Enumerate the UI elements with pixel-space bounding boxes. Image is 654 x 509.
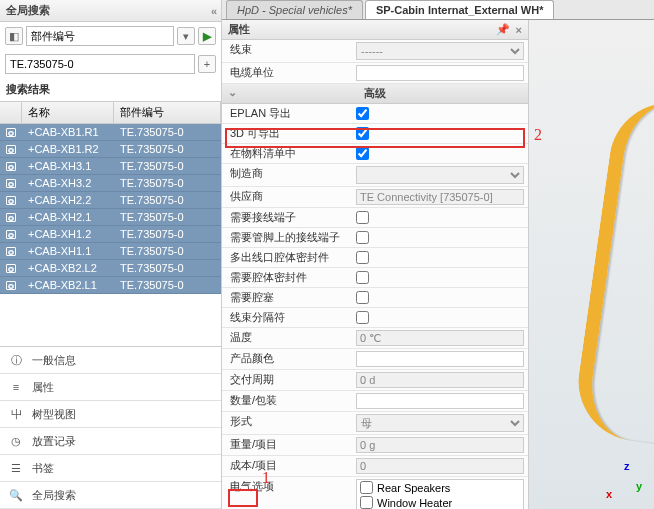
close-icon[interactable]: × bbox=[516, 24, 522, 36]
sidebar-nav: ⓘ一般信息≡属性⼬树型视图◷放置记录☰书签🔍全局搜索 bbox=[0, 346, 221, 509]
connector-icon bbox=[6, 247, 16, 256]
prop-checkbox[interactable] bbox=[356, 271, 369, 284]
field-icon[interactable]: ◧ bbox=[5, 27, 23, 45]
prop-row: 线束------ bbox=[222, 40, 528, 63]
prop-row: 供应商 bbox=[222, 187, 528, 208]
properties-panel: 属性 📌 × 线束------电缆单位⌄高级EPLAN 导出3D 可导出在物料清… bbox=[222, 20, 529, 509]
sidebar-item[interactable]: ☰书签 bbox=[0, 455, 221, 482]
col-pn[interactable]: 部件编号 bbox=[114, 102, 221, 123]
prop-row: 多出线口腔体密封件 bbox=[222, 248, 528, 268]
prop-label: 产品颜色 bbox=[222, 349, 352, 369]
prop-readonly bbox=[356, 437, 524, 453]
prop-label: 成本/项目 bbox=[222, 456, 352, 476]
group-advanced[interactable]: ⌄高级 bbox=[222, 84, 528, 104]
prop-row: 制造商 bbox=[222, 164, 528, 187]
sidebar-item[interactable]: ≡属性 bbox=[0, 374, 221, 401]
prop-label: 交付周期 bbox=[222, 370, 352, 390]
table-row[interactable]: +CAB-XH1.2TE.735075-0 bbox=[0, 226, 221, 243]
prop-label: 需要接线端子 bbox=[222, 208, 352, 227]
col-name[interactable]: 名称 bbox=[22, 102, 114, 123]
sidebar-item[interactable]: ⓘ一般信息 bbox=[0, 347, 221, 374]
prop-input[interactable] bbox=[356, 351, 524, 367]
table-row[interactable]: +CAB-XH1.1TE.735075-0 bbox=[0, 243, 221, 260]
doc-tab[interactable]: HpD - Special vehicles* bbox=[226, 0, 363, 19]
prop-select[interactable] bbox=[356, 166, 524, 184]
sidebar-icon: ⓘ bbox=[8, 352, 24, 368]
annotation-1: 1 bbox=[262, 469, 270, 487]
table-row[interactable]: +CAB-XH2.2TE.735075-0 bbox=[0, 192, 221, 209]
pin-icon[interactable]: 📌 bbox=[496, 23, 510, 36]
prop-row: 需要腔体密封件 bbox=[222, 268, 528, 288]
prop-row: EPLAN 导出 bbox=[222, 104, 528, 124]
prop-label: 形式 bbox=[222, 412, 352, 434]
prop-row: 交付周期 bbox=[222, 370, 528, 391]
search-input[interactable] bbox=[5, 54, 195, 74]
prop-label: 温度 bbox=[222, 328, 352, 348]
table-row[interactable]: +CAB-XB2.L1TE.735075-0 bbox=[0, 277, 221, 294]
prop-label: 数量/包装 bbox=[222, 391, 352, 411]
collapse-icon[interactable]: « bbox=[211, 5, 215, 17]
prop-row: 产品颜色 bbox=[222, 349, 528, 370]
connector-icon bbox=[6, 230, 16, 239]
connector-icon bbox=[6, 196, 16, 205]
right-panel: HpD - Special vehicles*SP-Cabin Internat… bbox=[222, 0, 654, 509]
connector-icon bbox=[6, 264, 16, 273]
prop-row: 重量/项目 bbox=[222, 435, 528, 456]
prop-checkbox[interactable] bbox=[356, 127, 369, 140]
prop-checkbox[interactable] bbox=[356, 231, 369, 244]
prop-select[interactable]: 母 bbox=[356, 414, 524, 432]
prop-row: 需要管脚上的接线端子 bbox=[222, 228, 528, 248]
left-panel: 全局搜索 « ◧ ▾ ▶ + 搜索结果 名称 部件编号 +CAB-XB1.R1T… bbox=[0, 0, 222, 509]
connector-icon bbox=[6, 179, 16, 188]
doc-tab[interactable]: SP-Cabin Internat_External WH* bbox=[365, 0, 554, 19]
sidebar-item[interactable]: ◷放置记录 bbox=[0, 428, 221, 455]
prop-row: 需要接线端子 bbox=[222, 208, 528, 228]
elec-options[interactable]: Rear Speakers Window Heater bbox=[356, 479, 524, 509]
cable-model bbox=[571, 95, 654, 444]
prop-label: 电气选项 bbox=[222, 477, 352, 509]
prop-label: 制造商 bbox=[222, 164, 352, 186]
prop-row: 温度 bbox=[222, 328, 528, 349]
axis-gizmo[interactable]: zyx bbox=[606, 460, 646, 500]
connector-icon bbox=[6, 128, 16, 137]
prop-row: 电缆单位 bbox=[222, 63, 528, 84]
prop-checkbox[interactable] bbox=[356, 251, 369, 264]
dropdown-icon[interactable]: ▾ bbox=[177, 27, 195, 45]
prop-row: 3D 可导出 bbox=[222, 124, 528, 144]
prop-checkbox[interactable] bbox=[356, 211, 369, 224]
prop-readonly bbox=[356, 372, 524, 388]
prop-row: 形式母 bbox=[222, 412, 528, 435]
search-field-select[interactable] bbox=[26, 26, 174, 46]
prop-checkbox[interactable] bbox=[356, 291, 369, 304]
prop-row: 在物料清单中 bbox=[222, 144, 528, 164]
properties-header: 属性 📌 × bbox=[222, 20, 528, 40]
results-header: 搜索结果 bbox=[0, 78, 221, 101]
prop-label: EPLAN 导出 bbox=[222, 104, 352, 123]
prop-input[interactable] bbox=[356, 393, 524, 409]
prop-select[interactable]: ------ bbox=[356, 42, 524, 60]
prop-label: 多出线口腔体密封件 bbox=[222, 248, 352, 267]
prop-label: 线束分隔符 bbox=[222, 308, 352, 327]
prop-readonly bbox=[356, 330, 524, 346]
sidebar-item[interactable]: ⼬树型视图 bbox=[0, 401, 221, 428]
table-row[interactable]: +CAB-XB1.R1TE.735075-0 bbox=[0, 124, 221, 141]
table-row[interactable]: +CAB-XB1.R2TE.735075-0 bbox=[0, 141, 221, 158]
prop-checkbox[interactable] bbox=[356, 311, 369, 324]
sidebar-item[interactable]: 🔍全局搜索 bbox=[0, 482, 221, 509]
prop-input[interactable] bbox=[356, 65, 524, 81]
connector-icon bbox=[6, 145, 16, 154]
table-row[interactable]: +CAB-XB2.L2TE.735075-0 bbox=[0, 260, 221, 277]
table-row[interactable]: +CAB-XH3.2TE.735075-0 bbox=[0, 175, 221, 192]
results-table: 名称 部件编号 +CAB-XB1.R1TE.735075-0+CAB-XB1.R… bbox=[0, 101, 221, 294]
3d-viewport[interactable]: zyx eworks bbox=[529, 20, 654, 509]
connector-icon bbox=[6, 213, 16, 222]
table-row[interactable]: +CAB-XH3.1TE.735075-0 bbox=[0, 158, 221, 175]
sidebar-icon: ≡ bbox=[8, 379, 24, 395]
add-search-button[interactable]: + bbox=[198, 55, 216, 73]
table-header: 名称 部件编号 bbox=[0, 102, 221, 124]
run-search-button[interactable]: ▶ bbox=[198, 27, 216, 45]
prop-checkbox[interactable] bbox=[356, 147, 369, 160]
table-row[interactable]: +CAB-XH2.1TE.735075-0 bbox=[0, 209, 221, 226]
prop-checkbox[interactable] bbox=[356, 107, 369, 120]
prop-label: 供应商 bbox=[222, 187, 352, 207]
